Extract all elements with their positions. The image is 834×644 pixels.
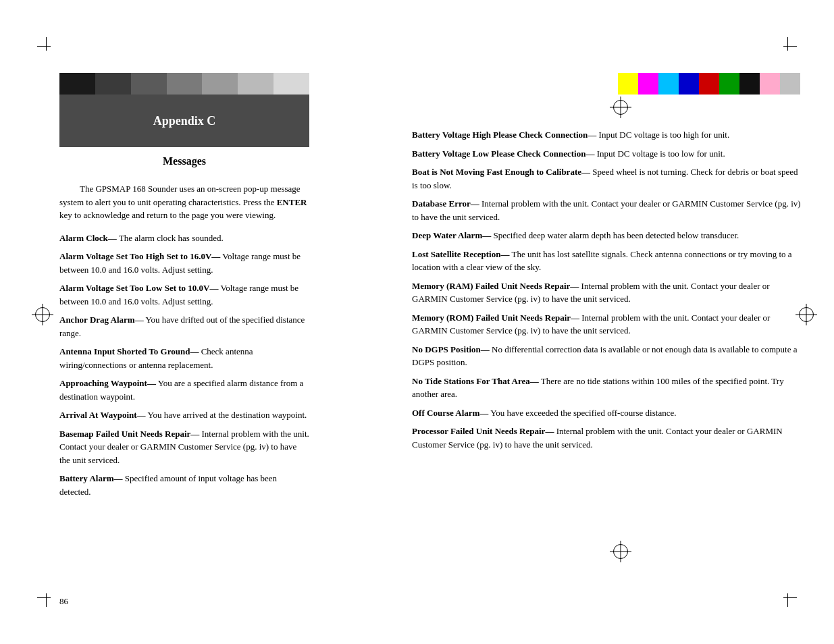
color-swatch-3 [131, 73, 167, 95]
content-left: The GPSMAP 168 Sounder uses an on-screen… [59, 182, 309, 504]
color-swatch-silver [780, 73, 800, 95]
message-text: You have exceeded the specified off-cour… [490, 408, 676, 418]
list-item: Arrival At Waypoint— You have arrived at… [59, 408, 309, 422]
appendix-header-box: Appendix C [59, 95, 309, 147]
color-swatch-7 [273, 73, 309, 95]
color-swatch-black [739, 73, 760, 95]
crosshair-icon [613, 544, 628, 559]
message-label: Battery Voltage Low Please Check Connect… [412, 149, 594, 159]
list-item: Off Course Alarm— You have exceeded the … [412, 406, 804, 420]
trim-mark-tl-v [46, 37, 47, 51]
message-text: Specified deep water alarm depth has bee… [493, 230, 739, 240]
trim-mark-tr-h [783, 46, 797, 47]
list-item: Alarm Voltage Set Too High Set to 16.0V—… [59, 250, 309, 276]
message-label: Lost Satellite Reception— [412, 249, 509, 259]
trim-mark-br-h [783, 597, 797, 598]
enter-key-label: ENTER [277, 197, 307, 207]
message-label: Deep Water Alarm— [412, 230, 491, 240]
color-swatch-magenta [638, 73, 658, 95]
crosshair-icon [35, 307, 50, 322]
color-swatch-green [719, 73, 739, 95]
right-page: Battery Voltage High Please Check Connec… [392, 0, 834, 644]
color-swatch-cyan [658, 73, 679, 95]
message-label: Alarm Voltage Set Too High Set to 16.0V— [59, 251, 220, 261]
list-item: Processor Failed Unit Needs Repair— Inte… [412, 425, 804, 451]
color-swatch-4 [167, 73, 203, 95]
message-label: Anchor Drag Alarm— [59, 315, 144, 325]
list-item: No Tide Stations For That Area— There ar… [412, 375, 804, 401]
crosshair-icon [613, 100, 628, 115]
message-label: Alarm Clock— [59, 233, 117, 243]
intro-paragraph: The GPSMAP 168 Sounder uses an on-screen… [59, 182, 309, 222]
list-item: Battery Voltage Low Please Check Connect… [412, 147, 804, 161]
color-bar-right [618, 73, 800, 95]
message-label: Approaching Waypoint— [59, 378, 156, 388]
message-label: Memory (RAM) Failed Unit Needs Repair— [412, 281, 579, 291]
trim-mark-tl-h [37, 46, 51, 47]
color-swatch-blue [679, 73, 699, 95]
trim-mark-br-v [787, 593, 788, 607]
list-item: Antenna Input Shorted To Ground— Check a… [59, 345, 309, 371]
list-item: Boat is Not Moving Fast Enough to Calibr… [412, 165, 804, 192]
message-label: Alarm Voltage Set Too Low Set to 10.0V— [59, 283, 218, 293]
list-item: Database Error— Internal problem with th… [412, 197, 804, 223]
message-label: Boat is Not Moving Fast Enough to Calibr… [412, 167, 590, 177]
list-item: Alarm Voltage Set Too Low Set to 10.0V— … [59, 281, 309, 308]
page-number: 86 [59, 596, 68, 607]
color-bar-left [59, 73, 309, 95]
list-item: Basemap Failed Unit Needs Repair— Intern… [59, 427, 309, 467]
message-label: Basemap Failed Unit Needs Repair— [59, 429, 199, 439]
message-label: Battery Alarm— [59, 473, 123, 483]
list-item: Lost Satellite Reception— The unit has l… [412, 248, 804, 274]
message-label: Battery Voltage High Please Check Connec… [412, 130, 596, 140]
list-item: Anchor Drag Alarm— You have drifted out … [59, 313, 309, 340]
color-swatch-red [699, 73, 719, 95]
message-text: Input DC voltage is too low for unit. [597, 149, 725, 159]
message-label: No DGPS Position— [412, 344, 490, 354]
message-text: The alarm clock has sounded. [119, 233, 224, 243]
color-swatch-2 [95, 73, 131, 95]
list-item: No DGPS Position— No differential correc… [412, 343, 804, 369]
message-label: Antenna Input Shorted To Ground— [59, 346, 199, 356]
color-swatch-1 [59, 73, 95, 95]
message-label: Database Error— [412, 198, 479, 209]
appendix-title: Appendix C [153, 114, 216, 128]
list-item: Memory (ROM) Failed Unit Needs Repair— I… [412, 311, 804, 338]
trim-mark-bl-v [46, 593, 47, 607]
left-page: Appendix C Messages The GPSMAP 168 Sound… [0, 0, 392, 644]
trim-mark-tr-v [787, 37, 788, 51]
list-item: Deep Water Alarm— Specified deep water a… [412, 229, 804, 242]
color-swatch-5 [202, 73, 238, 95]
message-text: You have arrived at the destination wayp… [147, 410, 307, 420]
content-right: Battery Voltage High Please Check Connec… [412, 128, 804, 456]
message-label: Off Course Alarm— [412, 408, 488, 418]
message-text: Input DC voltage is too high for unit. [599, 130, 730, 140]
color-swatch-pink [760, 73, 780, 95]
list-item: Alarm Clock— The alarm clock has sounded… [59, 232, 309, 245]
message-label: Memory (ROM) Failed Unit Needs Repair— [412, 313, 579, 323]
section-title: Messages [59, 155, 309, 167]
list-item: Approaching Waypoint— You are a specifie… [59, 377, 309, 403]
message-label: No Tide Stations For That Area— [412, 376, 539, 386]
list-item: Battery Alarm— Specified amount of input… [59, 472, 309, 498]
color-swatch-yellow [618, 73, 638, 95]
list-item: Memory (RAM) Failed Unit Needs Repair— I… [412, 279, 804, 306]
list-item: Battery Voltage High Please Check Connec… [412, 128, 804, 142]
color-swatch-6 [238, 73, 273, 95]
trim-mark-bl-h [37, 597, 51, 598]
message-label: Arrival At Waypoint— [59, 410, 146, 420]
message-label: Processor Failed Unit Needs Repair— [412, 426, 554, 436]
